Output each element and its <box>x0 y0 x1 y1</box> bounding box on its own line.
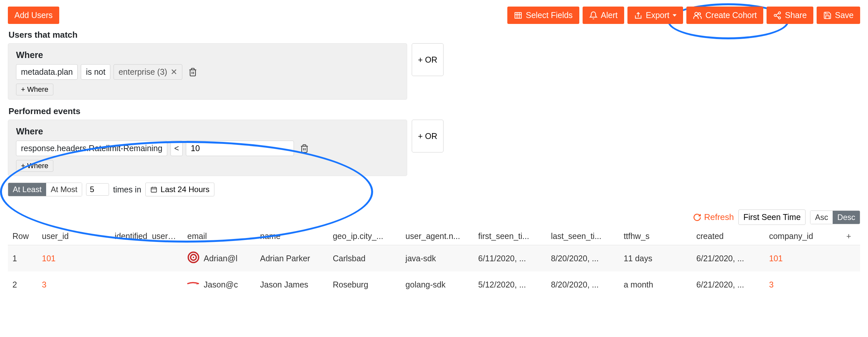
cell: Roseburg <box>328 272 401 298</box>
cell: Adrian Parker <box>256 245 328 272</box>
toolbar-right: Select Fields Alert Export Create Cohort… <box>507 6 860 24</box>
svg-rect-0 <box>515 12 522 18</box>
add-where-button[interactable]: + Where <box>16 84 53 95</box>
svg-marker-5 <box>673 14 677 17</box>
sort-desc-button[interactable]: Desc <box>833 211 860 224</box>
svg-point-10 <box>779 17 781 19</box>
event-field-chip[interactable]: response.headers.Ratelimit-Remaining <box>16 141 167 156</box>
column-header[interactable]: name <box>256 227 328 245</box>
svg-point-9 <box>774 14 777 17</box>
events-filter-row: Where response.headers.Ratelimit-Remaini… <box>8 120 860 176</box>
cell: a month <box>619 272 691 298</box>
where-label-events: Where <box>16 127 399 137</box>
timing-row: At Least At Most times in Last 24 Hours <box>8 182 860 196</box>
calendar-icon <box>150 186 157 193</box>
filter-operator-chip[interactable]: is not <box>81 64 110 80</box>
email-cell: Jason@c <box>183 272 255 298</box>
table-row: 1101Adrian@lAdrian ParkerCarlsbadjava-sd… <box>8 245 860 272</box>
results-table: Rowuser_ididentified_user_idemailnamegeo… <box>8 227 860 298</box>
users-match-heading: Users that match <box>8 30 860 40</box>
users-where-clause: metadata.plan is not enterprise (3) ✕ <box>16 64 399 80</box>
add-users-button[interactable]: Add Users <box>8 6 59 24</box>
column-header[interactable]: first_seen_ti... <box>474 227 546 245</box>
cell <box>110 245 183 272</box>
times-in-label: times in <box>113 185 141 194</box>
export-icon <box>634 11 643 20</box>
sort-field-select[interactable]: First Seen Time <box>738 209 805 225</box>
company-id-link[interactable]: 101 <box>765 245 837 272</box>
cell: 6/21/2020, ... <box>692 272 765 298</box>
add-column-button[interactable]: + <box>837 227 860 245</box>
refresh-link[interactable]: Refresh <box>693 212 734 222</box>
times-count-input[interactable] <box>86 183 109 196</box>
company-id-link[interactable]: 3 <box>765 272 837 298</box>
column-header[interactable]: geo_ip.city_... <box>328 227 401 245</box>
refresh-icon <box>693 213 702 222</box>
or-button-events[interactable]: + OR <box>412 120 443 152</box>
company-logo-icon <box>187 277 200 292</box>
filter-field-chip[interactable]: metadata.plan <box>16 64 78 80</box>
share-icon <box>773 11 782 20</box>
cell: 8/20/2020, ... <box>546 272 619 298</box>
events-where-clause: response.headers.Ratelimit-Remaining < <box>16 141 399 156</box>
events-filter-box: Where response.headers.Ratelimit-Remaini… <box>8 120 407 176</box>
filter-value-tag[interactable]: enterprise (3) ✕ <box>114 64 182 80</box>
event-value-input[interactable] <box>186 141 294 156</box>
cell: golang-sdk <box>401 272 474 298</box>
event-operator-chip[interactable]: < <box>170 141 183 156</box>
cell: 6/11/2020, ... <box>474 245 546 272</box>
column-header[interactable]: ttfhw_s <box>619 227 691 245</box>
company-logo-icon <box>187 251 200 265</box>
column-header[interactable]: Row <box>8 227 37 245</box>
svg-line-12 <box>776 16 779 17</box>
column-header[interactable]: user_id <box>37 227 110 245</box>
trash-icon <box>188 67 197 77</box>
export-button[interactable]: Export <box>627 6 683 24</box>
trash-icon <box>300 144 309 153</box>
save-icon <box>823 11 832 20</box>
events-heading: Performed events <box>8 106 860 116</box>
save-button[interactable]: Save <box>816 6 860 24</box>
cell: Jason James <box>256 272 328 298</box>
svg-rect-17 <box>151 188 156 192</box>
select-fields-button[interactable]: Select Fields <box>507 6 579 24</box>
at-least-most-toggle: At Least At Most <box>8 182 82 196</box>
bell-icon <box>589 11 598 20</box>
svg-point-23 <box>193 257 194 258</box>
sort-asc-button[interactable]: Asc <box>810 211 833 224</box>
delete-clause-button[interactable] <box>186 66 200 78</box>
svg-point-8 <box>779 12 781 14</box>
svg-line-11 <box>776 13 779 15</box>
column-header[interactable]: company_id <box>765 227 837 245</box>
cell: 8/20/2020, ... <box>546 245 619 272</box>
table-row: 23Jason@cJason JamesRoseburggolang-sdk5/… <box>8 272 860 298</box>
cell: Carlsbad <box>328 245 401 272</box>
top-toolbar: Add Users Select Fields Alert Export Cre… <box>8 6 860 24</box>
column-header[interactable]: created <box>692 227 765 245</box>
alert-button[interactable]: Alert <box>583 6 624 24</box>
delete-event-clause-button[interactable] <box>297 143 312 155</box>
at-least-button[interactable]: At Least <box>8 183 46 196</box>
sort-direction-toggle: Asc Desc <box>810 210 860 224</box>
column-header[interactable]: last_seen_ti... <box>546 227 619 245</box>
or-button-users[interactable]: + OR <box>412 43 443 76</box>
caret-down-icon <box>673 13 677 18</box>
svg-point-7 <box>699 12 701 15</box>
cell: 6/21/2020, ... <box>692 245 765 272</box>
user-id-link[interactable]: 101 <box>37 245 110 272</box>
cell <box>837 245 860 272</box>
remove-tag-icon[interactable]: ✕ <box>170 67 177 77</box>
time-range-selector[interactable]: Last 24 Hours <box>145 182 214 196</box>
cell <box>837 272 860 298</box>
users-filter-row: Where metadata.plan is not enterprise (3… <box>8 43 860 100</box>
add-where-button-events[interactable]: + Where <box>16 160 53 172</box>
at-most-button[interactable]: At Most <box>46 183 82 196</box>
cell: 11 days <box>619 245 691 272</box>
create-cohort-button[interactable]: Create Cohort <box>686 6 763 24</box>
column-header[interactable]: identified_user_id <box>110 227 183 245</box>
row-num: 2 <box>8 272 37 298</box>
column-header[interactable]: user_agent.n... <box>401 227 474 245</box>
column-header[interactable]: email <box>183 227 255 245</box>
share-button[interactable]: Share <box>767 6 813 24</box>
user-id-link[interactable]: 3 <box>37 272 110 298</box>
